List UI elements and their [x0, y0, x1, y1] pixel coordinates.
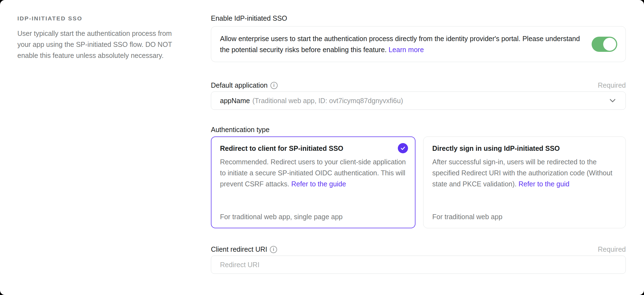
info-icon[interactable]: i: [270, 82, 278, 89]
enable-sso-card: Allow enterprise users to start the auth…: [211, 26, 626, 62]
learn-more-link[interactable]: Learn more: [388, 46, 424, 53]
refer-guide-link[interactable]: Refer to the guid: [519, 178, 570, 189]
option-description: After successful sign-in, users will be …: [432, 156, 617, 189]
default-application-select[interactable]: appName (Traditional web app, ID: ovt7ic…: [211, 92, 626, 110]
toggle-knob: [603, 38, 616, 51]
settings-panel: IDP-INITIATED SSO User typically start t…: [0, 0, 644, 295]
selected-app-meta: (Traditional web app, ID: ovt7icymq87dgn…: [252, 97, 403, 105]
option-card-sp-initiated[interactable]: Redirect to client for SP-initiated SSO …: [211, 136, 415, 228]
chevron-down-icon: [608, 96, 617, 105]
default-application-label-row: Default application i Required: [211, 81, 626, 89]
form-column: Enable IdP-initiated SSO Allow enterpris…: [211, 14, 626, 295]
option-card-idp-initiated[interactable]: Directly sign in using IdP-initiated SSO…: [423, 136, 626, 228]
refer-guide-link[interactable]: Refer to the guide: [291, 178, 346, 189]
required-badge: Required: [598, 245, 626, 253]
enable-sso-label: Enable IdP-initiated SSO: [211, 14, 626, 22]
option-description: Recommended. Redirect users to your clie…: [220, 156, 406, 189]
option-footnote: For traditional web app, single page app: [220, 213, 343, 221]
section-sidebar: IDP-INITIATED SSO User typically start t…: [17, 14, 183, 295]
info-icon[interactable]: i: [270, 246, 277, 253]
client-redirect-uri-label: Client redirect URI i: [211, 245, 277, 253]
default-application-label: Default application i: [211, 81, 278, 89]
option-title: Directly sign in using IdP-initiated SSO: [432, 143, 617, 153]
required-badge: Required: [598, 81, 626, 89]
enable-sso-toggle[interactable]: [592, 37, 617, 52]
section-description: User typically start the authentication …: [17, 28, 183, 61]
section-title: IDP-INITIATED SSO: [17, 15, 183, 22]
option-footnote: For traditional web app: [432, 213, 502, 221]
selected-check-icon: [398, 143, 408, 153]
authentication-type-options: Redirect to client for SP-initiated SSO …: [211, 136, 626, 228]
client-redirect-uri-label-row: Client redirect URI i Required: [211, 245, 626, 253]
redirect-uri-input[interactable]: [211, 256, 626, 274]
authentication-type-label: Authentication type: [211, 126, 626, 134]
selected-app-name: appName: [220, 97, 250, 105]
enable-sso-description: Allow enterprise users to start the auth…: [220, 33, 587, 55]
option-title: Redirect to client for SP-initiated SSO: [220, 143, 406, 153]
